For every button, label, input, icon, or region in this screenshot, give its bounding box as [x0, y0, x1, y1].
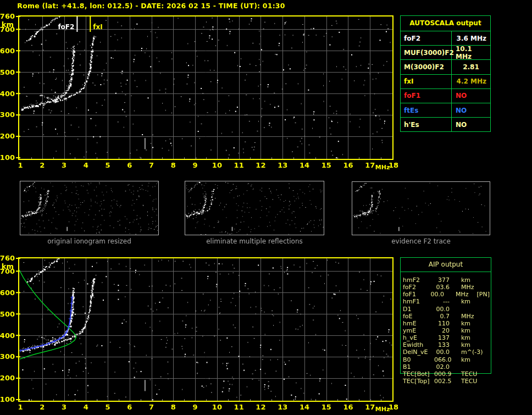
aip-row-label: hmF1	[401, 298, 434, 305]
aip-row-value: 000.9	[434, 370, 450, 378]
aip-row: foE0.7MHz	[401, 313, 490, 320]
aip-row-value: 00.0	[430, 291, 444, 298]
aip-row-unit: km	[450, 298, 470, 305]
aip-row-value: ---	[434, 298, 450, 305]
thumbnail-caption-evidence: evidence F2 trace	[352, 237, 490, 245]
autoscala-row: MUF(3000)F210.1 MHz	[401, 46, 490, 60]
aip-row-unit: TECU	[450, 370, 477, 378]
autoscala-row: h'EsNO	[401, 118, 490, 131]
aip-row: foF203.6MHz	[401, 284, 490, 291]
autoscala-row-value: NO	[452, 103, 490, 117]
aip-row-value: 03.6	[434, 284, 450, 291]
autoscala-row-value: 10.1 MHz	[452, 46, 490, 59]
aip-row-label: B0	[401, 356, 434, 363]
autoscala-row-value: 4.2 MHz	[452, 75, 490, 88]
page-title: Rome (lat: +41.8, lon: 012.5) - DATE: 20…	[0, 2, 302, 10]
aip-row-label: foE	[401, 313, 434, 320]
aip-row-label: Ewidth	[401, 341, 434, 348]
aip-row-value: 00.0	[434, 306, 450, 313]
aip-row-unit: km	[450, 276, 470, 284]
aip-row-label: TEC[Bot]	[401, 370, 434, 378]
autoscala-row-label: MUF(3000)F2	[401, 46, 452, 59]
autoscala-row-label: foF1	[401, 89, 452, 103]
autoscala-row-value: NO	[452, 118, 490, 131]
aip-row-label: foF2	[401, 284, 434, 291]
autoscala-table-rows: foF23.6 MHzMUF(3000)F210.1 MHzM(3000)F22…	[401, 31, 490, 131]
aip-row: D100.0	[401, 306, 490, 313]
autoscala-row-label: h'Es	[401, 118, 452, 131]
aip-row-unit: m^(-3)	[450, 348, 483, 356]
aip-row-label: foF1	[401, 291, 430, 298]
thumbnail-caption-filtered: eliminate multiple reflections	[185, 237, 324, 245]
aip-row-value: 002.5	[434, 378, 450, 385]
aip-row-label: hmE	[401, 320, 434, 327]
aip-row-unit: MHz	[444, 291, 469, 298]
aip-row: foF100.0MHz[PN]	[401, 291, 490, 298]
aip-row-label: h_vE	[401, 334, 434, 341]
aip-row-unit: MHz	[450, 284, 474, 291]
autoscala-row: M(3000)F22.81	[401, 60, 490, 74]
aip-row-label: B1	[401, 363, 434, 370]
aip-row: Ewidth133km	[401, 341, 490, 348]
aip-table-header: AIP output	[401, 258, 491, 272]
aip-row-value: 02.0	[434, 363, 450, 370]
autoscala-row: foF1NO	[401, 89, 490, 103]
aip-row-unit: km	[450, 334, 470, 341]
aip-row-label: ymE	[401, 327, 434, 334]
aip-row-unit: km	[450, 327, 470, 334]
autoscala-row: foF23.6 MHz	[401, 31, 490, 46]
aip-row-value: 20	[434, 327, 450, 334]
aip-row-label: hmF2	[401, 276, 434, 284]
autoscala-row-label: M(3000)F2	[401, 60, 452, 74]
autoscala-table-header: AUTOSCALA output	[401, 16, 490, 31]
autoscala-row: fxI4.2 MHz	[401, 75, 490, 89]
aip-row: B0066.0km	[401, 356, 490, 363]
autoscala-row-value: 2.81	[452, 60, 490, 74]
aip-row: DelN_vE00.0m^(-3)	[401, 348, 490, 356]
aip-row: ymE20km	[401, 327, 490, 334]
aip-row: h_vE137km	[401, 334, 490, 341]
autoscala-row-label: fxI	[401, 75, 452, 88]
aip-row: hmF1---km	[401, 298, 490, 305]
aip-row-value: 137	[434, 334, 450, 341]
aip-row-label: DelN_vE	[401, 348, 434, 356]
aip-row-note: [PN]	[469, 291, 490, 298]
autoscala-row-value: NO	[452, 89, 490, 103]
aip-row: B102.0	[401, 363, 490, 370]
aip-row-value: 0.7	[434, 313, 450, 320]
aip-row-value: 110	[434, 320, 450, 327]
aip-row-value: 133	[434, 341, 450, 348]
aip-row-value: 00.0	[434, 348, 450, 356]
aip-row: TEC[Bot]000.9TECU	[401, 370, 490, 378]
aip-row-unit: MHz	[450, 313, 474, 320]
aip-row-unit: km	[450, 356, 470, 363]
aip-row-value: 066.0	[434, 356, 450, 363]
aip-row-unit: TECU	[450, 378, 477, 385]
aip-table-rows: hmF2377kmfoF203.6MHzfoF100.0MHz[PN]hmF1-…	[401, 276, 490, 385]
autoscala-row-label: ftEs	[401, 103, 452, 117]
aip-row-unit: km	[450, 341, 470, 348]
aip-row-value: 377	[434, 276, 450, 284]
autoscala-row: ftEsNO	[401, 103, 490, 118]
aip-row: TEC[Top]002.5TECU	[401, 378, 490, 385]
aip-row-label: D1	[401, 306, 434, 313]
autoscala-table: AUTOSCALA output foF23.6 MHzMUF(3000)F21…	[400, 15, 491, 132]
aip-row: hmE110km	[401, 320, 490, 327]
aip-row-label: TEC[Top]	[401, 378, 434, 385]
autoscala-row-label: foF2	[401, 31, 452, 45]
aip-row-unit: km	[450, 320, 470, 327]
thumbnail-caption-original: original ionogram resized	[20, 237, 159, 245]
autoscala-row-value: 3.6 MHz	[452, 31, 490, 45]
aip-row: hmF2377km	[401, 276, 490, 284]
